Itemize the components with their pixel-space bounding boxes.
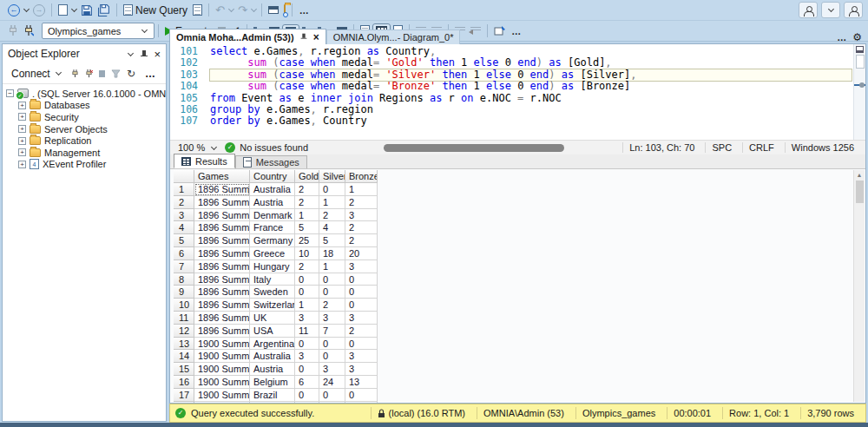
grid-cell[interactable]: 3 (345, 209, 378, 222)
grid-cell[interactable]: 18 (319, 247, 345, 260)
row-number-cell[interactable]: 1 (174, 183, 194, 196)
grid-cell[interactable]: 2 (295, 183, 319, 196)
grid-cell[interactable]: Canada (250, 402, 295, 403)
navigate-forward-button[interactable]: → (30, 3, 48, 18)
grid-cell[interactable]: 2 (345, 196, 378, 209)
connect-query-button[interactable] (5, 23, 21, 38)
oe-overflow-icon[interactable]: … (141, 68, 160, 80)
grid-cell[interactable]: 0 (345, 299, 378, 312)
row-number-cell[interactable]: 10 (174, 299, 194, 312)
tree-item-databases[interactable]: +Databases (3, 100, 166, 112)
grid-cell[interactable]: Greece (250, 247, 295, 260)
grid-cell[interactable]: 1 (295, 299, 319, 312)
feedback-button[interactable] (844, 2, 863, 18)
line-ending-indicator[interactable]: CRLF (742, 142, 780, 153)
row-number-cell[interactable]: 2 (174, 196, 194, 209)
new-query-button[interactable]: New Query (121, 3, 190, 18)
grid-cell[interactable]: Denmark (250, 209, 295, 222)
tree-item-replication[interactable]: +Replication (3, 135, 166, 147)
table-row[interactable]: 111896 SummerUK333 (174, 312, 378, 325)
grid-cell[interactable]: 1900 Summer (194, 376, 250, 389)
column-header-country[interactable]: Country (250, 170, 295, 183)
stop-action-icon[interactable] (99, 70, 105, 77)
issues-status[interactable]: No issues found (240, 142, 308, 153)
grid-cell[interactable]: Austria (250, 196, 295, 209)
tab-pin-icon[interactable] (299, 33, 307, 41)
grid-cell[interactable]: 3 (345, 312, 378, 325)
grid-cell[interactable]: 0 (319, 389, 345, 402)
script-window-button[interactable] (266, 4, 281, 16)
grid-cell[interactable]: 1900 Summer (194, 402, 250, 403)
column-header-bronze[interactable]: Bronze (345, 170, 378, 183)
row-number-cell[interactable]: 5 (174, 234, 194, 247)
grid-cell[interactable]: 1896 Summer (194, 209, 250, 222)
grid-cell[interactable]: 3 (345, 350, 378, 363)
back-dropdown-icon[interactable] (23, 6, 30, 12)
tab-query-active[interactable]: Omnia Moha...Admin (53)) × (169, 29, 326, 44)
grid-cell[interactable]: 2 (345, 234, 378, 247)
grid-cell[interactable]: 0 (319, 350, 345, 363)
code-line-104[interactable]: 104 sum (case when medal= 'Bronze' then … (170, 81, 865, 92)
save-all-button[interactable] (95, 3, 113, 18)
row-number-cell[interactable]: 11 (174, 312, 194, 325)
grid-cell[interactable]: Belgium (250, 376, 295, 389)
user-dropdown-button[interactable] (821, 2, 840, 18)
grid-cell[interactable]: 3 (319, 363, 345, 376)
editor-hscrollbar[interactable] (319, 144, 611, 152)
grid-cell[interactable]: 1896 Summer (194, 260, 250, 273)
grid-cell[interactable]: 20 (345, 247, 378, 260)
table-row[interactable]: 101896 SummerSwitzerland120 (174, 299, 378, 312)
code-line-103[interactable]: 103 sum (case when medal= 'Silver' then … (170, 69, 865, 81)
grid-cell[interactable]: 3 (319, 312, 345, 325)
tree-item-server[interactable]: − . (SQL Server 16.0.1000 - OMNIA\Admin) (3, 88, 166, 100)
grid-cell[interactable]: 1896 Summer (194, 221, 250, 234)
navigate-back-button[interactable]: ← (5, 3, 23, 18)
tree-item-server-objects[interactable]: +Server Objects (3, 123, 166, 135)
table-row[interactable]: 161900 SummerBelgium62413 (174, 376, 378, 389)
connect-dropdown-button[interactable]: Connect (9, 66, 65, 82)
grid-cell[interactable]: 0 (345, 273, 378, 286)
grid-cell[interactable]: 1 (319, 196, 345, 209)
table-row[interactable]: 121896 SummerUSA1172 (174, 325, 378, 338)
grid-cell[interactable]: 1896 Summer (194, 247, 250, 260)
undo-button[interactable]: ↶ (213, 2, 227, 18)
grid-cell[interactable]: 5 (295, 221, 319, 234)
grid-cell[interactable]: 0 (345, 286, 378, 299)
table-row[interactable]: 71896 SummerHungary213 (174, 260, 378, 273)
tab-results[interactable]: Results (174, 154, 235, 168)
scroll-up-icon[interactable]: ▲ (854, 170, 865, 178)
tabstrip-overflow-icon[interactable]: … (833, 32, 851, 43)
grid-cell[interactable]: 0 (295, 286, 319, 299)
row-number-cell[interactable]: 4 (174, 221, 194, 234)
code-line-106[interactable]: 106group by e.Games, r.region (170, 104, 865, 115)
grid-cell[interactable]: 0 (345, 338, 378, 351)
grid-cell[interactable]: 0 (295, 273, 319, 286)
change-connection-button[interactable] (21, 23, 36, 38)
grid-cell[interactable]: 1896 Summer (194, 299, 250, 312)
grid-cell[interactable]: 10 (295, 247, 319, 260)
encoding-indicator[interactable]: Windows 1256 (785, 142, 860, 153)
tab-messages[interactable]: Messages (235, 155, 307, 168)
space-mode-indicator[interactable]: SPC (705, 142, 738, 153)
table-row[interactable]: 81896 SummerItaly000 (174, 273, 378, 286)
grid-cell[interactable]: 1 (319, 260, 345, 273)
gear-icon[interactable]: ⚙ (852, 31, 862, 43)
code-line-107[interactable]: 107order by e.Games, Country (170, 115, 865, 127)
code-line-105[interactable]: 105from Event as e inner join Regions as… (170, 93, 865, 104)
grid-cell[interactable]: Argentina (250, 338, 295, 351)
row-number-cell[interactable]: 6 (174, 247, 194, 260)
table-row[interactable]: 151900 SummerAustria033 (174, 363, 378, 376)
split-window-icon[interactable] (856, 46, 864, 53)
expand-icon[interactable]: + (18, 125, 26, 133)
table-row[interactable]: 21896 SummerAustria212 (174, 196, 378, 209)
zoom-selector[interactable]: 100 % (175, 141, 220, 154)
grid-cell[interactable]: Italy (250, 273, 295, 286)
grid-cell[interactable]: Sweden (250, 286, 295, 299)
grid-cell[interactable]: 1 (295, 402, 319, 403)
column-header-games[interactable]: Games (194, 170, 250, 183)
grid-cell[interactable]: 6 (295, 376, 319, 389)
row-number-cell[interactable]: 14 (174, 350, 194, 363)
results-scrollbar-thumb[interactable] (856, 181, 864, 203)
connect-plug-icon[interactable] (71, 69, 79, 79)
panel-menu-chevron-icon[interactable] (128, 49, 134, 56)
